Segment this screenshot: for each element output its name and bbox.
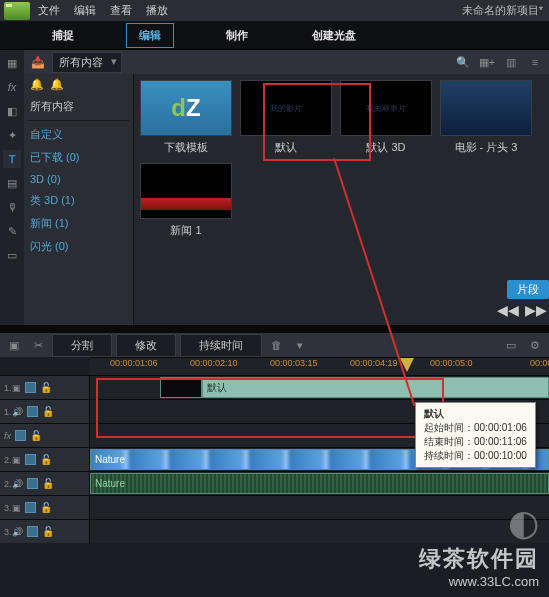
- thumb-movie-intro[interactable]: 电影 - 片头 3: [440, 80, 532, 155]
- view-icon[interactable]: ▥: [501, 53, 521, 71]
- work-area: ▦ fx ◧ ✦ T ▤ 🎙 ✎ ▭ 📥 所有内容 🔍 ▦+ ▥ ≡ 🔔🔔 所有…: [0, 50, 549, 325]
- track-3-audio: 3.🔊🔓: [0, 519, 549, 543]
- track-enable-checkbox[interactable]: [25, 454, 36, 465]
- preview-tabs: 片段: [507, 280, 549, 299]
- more-icon[interactable]: ▾: [290, 336, 310, 354]
- thumb-default-3d[interactable]: 我由标事片 默认 3D: [340, 80, 432, 155]
- media-icon[interactable]: ▦: [3, 54, 21, 72]
- category-dropdown[interactable]: 所有内容: [52, 52, 122, 73]
- track-enable-checkbox[interactable]: [25, 382, 36, 393]
- transition-icon[interactable]: ▤: [3, 174, 21, 192]
- clip-tooltip: 默认 起始时间：00:00:01:06 结束时间：00:00:11:06 持续时…: [415, 402, 536, 468]
- track-enable-checkbox[interactable]: [25, 502, 36, 513]
- thumb-default[interactable]: 我的影片 默认: [240, 80, 332, 155]
- fx-icon[interactable]: fx: [3, 78, 21, 96]
- mode-disc[interactable]: 创建光盘: [300, 24, 368, 47]
- delete-icon[interactable]: 🗑: [266, 336, 286, 354]
- tl-settings-icon[interactable]: ⚙: [525, 336, 545, 354]
- pip-icon[interactable]: ◧: [3, 102, 21, 120]
- lock-icon[interactable]: 🔓: [42, 526, 54, 537]
- thumb-news[interactable]: 新闻 1: [140, 163, 232, 238]
- track-enable-checkbox[interactable]: [27, 406, 38, 417]
- category-item[interactable]: 新闻 (1): [24, 212, 133, 235]
- category-item[interactable]: 3D (0): [24, 169, 133, 189]
- thumb-download[interactable]: dZ 下载模板: [140, 80, 232, 155]
- track-3: 3.▣🔓: [0, 495, 549, 519]
- room-tabs: ▦ fx ◧ ✦ T ▤ 🎙 ✎ ▭: [0, 50, 24, 325]
- lock-icon[interactable]: 🔓: [30, 430, 42, 441]
- tl-tool-icon[interactable]: ▣: [4, 336, 24, 354]
- lock-icon[interactable]: 🔓: [42, 478, 54, 489]
- mode-capture[interactable]: 捕捉: [40, 24, 86, 47]
- thumbnail-grid: dZ 下载模板 我的影片 默认 我由标事片 默认 3D 电影 - 片头 3: [134, 74, 549, 325]
- category-all[interactable]: 🔔🔔: [24, 74, 133, 95]
- menubar: 文件 编辑 查看 播放 未命名的新项目*: [0, 0, 549, 22]
- chapter-icon[interactable]: ✎: [3, 222, 21, 240]
- category-item[interactable]: 闪光 (0): [24, 235, 133, 258]
- menu-play[interactable]: 播放: [146, 3, 168, 18]
- lock-icon[interactable]: 🔓: [42, 406, 54, 417]
- track-title: 1.▣🔓 默认: [0, 375, 549, 399]
- play-next-icon[interactable]: ▶▶: [525, 302, 547, 318]
- mode-edit[interactable]: 编辑: [126, 23, 174, 48]
- project-title: 未命名的新项目*: [462, 3, 543, 18]
- timeline-ruler[interactable]: 00:00:01:06 00:00:02:10 00:00:03:15 00:0…: [90, 357, 549, 375]
- clip-thumb[interactable]: [160, 377, 202, 398]
- mode-tabs: 捕捉 编辑 制作 创建光盘: [0, 22, 549, 50]
- menu-edit[interactable]: 编辑: [74, 3, 96, 18]
- mode-produce[interactable]: 制作: [214, 24, 260, 47]
- preview-controls: ◀◀ ▶▶: [497, 302, 547, 318]
- category-list: 🔔🔔 所有内容 自定义 已下载 (0) 3D (0) 类 3D (1) 新闻 (…: [24, 74, 134, 325]
- track-audio: 2.🔊🔓 Nature: [0, 471, 549, 495]
- play-prev-icon[interactable]: ◀◀: [497, 302, 519, 318]
- track-enable-checkbox[interactable]: [27, 478, 38, 489]
- preview-tab-clip[interactable]: 片段: [507, 280, 549, 299]
- menu-file[interactable]: 文件: [38, 3, 60, 18]
- main-menu: 文件 编辑 查看 播放: [38, 3, 168, 18]
- category-item[interactable]: 所有内容: [24, 95, 133, 118]
- lock-icon[interactable]: 🔓: [40, 454, 52, 465]
- menu-icon[interactable]: ≡: [525, 53, 545, 71]
- browser-toolbar: 📥 所有内容 🔍 ▦+ ▥ ≡: [24, 50, 549, 74]
- audio-clip[interactable]: Nature: [90, 473, 549, 494]
- bell-icon: 🔔: [30, 78, 44, 91]
- bell-icon: 🔔: [50, 78, 64, 91]
- tl-view-icon[interactable]: ▭: [501, 336, 521, 354]
- category-item[interactable]: 类 3D (1): [24, 189, 133, 212]
- timeline-toolbar: ▣ ✂ 分割 修改 持续时间 🗑 ▾ ▭ ⚙: [0, 333, 549, 357]
- search-icon[interactable]: 🔍: [453, 53, 473, 71]
- lock-icon[interactable]: 🔓: [40, 382, 52, 393]
- duration-button[interactable]: 持续时间: [180, 334, 262, 357]
- browser-body: 🔔🔔 所有内容 自定义 已下载 (0) 3D (0) 类 3D (1) 新闻 (…: [24, 74, 549, 325]
- add-icon[interactable]: ▦+: [477, 53, 497, 71]
- import-icon[interactable]: 📥: [28, 53, 48, 71]
- audio-mix-icon[interactable]: 🎙: [3, 198, 21, 216]
- tl-marker-icon[interactable]: ✂: [28, 336, 48, 354]
- subtitle-icon[interactable]: ▭: [3, 246, 21, 264]
- menu-view[interactable]: 查看: [110, 3, 132, 18]
- particle-icon[interactable]: ✦: [3, 126, 21, 144]
- media-browser: 📥 所有内容 🔍 ▦+ ▥ ≡ 🔔🔔 所有内容 自定义 已下载 (0) 3D (…: [24, 50, 549, 325]
- app-logo: [4, 2, 30, 20]
- category-item[interactable]: 已下载 (0): [24, 146, 133, 169]
- category-item[interactable]: 自定义: [24, 123, 133, 146]
- track-enable-checkbox[interactable]: [15, 430, 26, 441]
- title-clip[interactable]: 默认: [202, 377, 549, 398]
- lock-icon[interactable]: 🔓: [40, 502, 52, 513]
- playhead[interactable]: [400, 358, 414, 372]
- modify-button[interactable]: 修改: [116, 334, 176, 357]
- split-button[interactable]: 分割: [52, 334, 112, 357]
- title-icon[interactable]: T: [3, 150, 21, 168]
- track-enable-checkbox[interactable]: [27, 526, 38, 537]
